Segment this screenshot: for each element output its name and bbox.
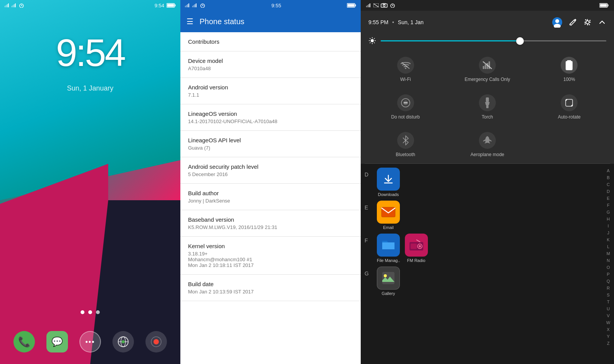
svg-rect-27 bbox=[196, 3, 196, 7]
alpha-r[interactable]: R bbox=[602, 285, 614, 291]
alpha-q[interactable]: Q bbox=[602, 278, 614, 284]
status-alarm-icon bbox=[200, 3, 206, 8]
device-model-label: Device model bbox=[188, 58, 353, 64]
signal-tile-label: Emergency Calls Only bbox=[465, 77, 510, 82]
svg-point-89 bbox=[384, 274, 387, 277]
dnd-tile[interactable]: Do not disturb bbox=[365, 88, 446, 126]
build-author-value: Jonny | DarkSense bbox=[188, 198, 353, 204]
alpha-m[interactable]: M bbox=[602, 250, 614, 257]
gallery-icon bbox=[377, 267, 400, 290]
alpha-y[interactable]: Y bbox=[602, 333, 614, 339]
dock-messaging[interactable]: 💬 bbox=[46, 331, 68, 352]
app-fmradio[interactable]: FM Radio bbox=[405, 234, 428, 263]
hamburger-menu-icon[interactable]: ☰ bbox=[187, 17, 193, 26]
alpha-k[interactable]: K bbox=[602, 237, 614, 243]
alpha-w[interactable]: W bbox=[602, 320, 614, 326]
alpha-b[interactable]: B bbox=[602, 175, 614, 181]
settings-icon[interactable] bbox=[583, 18, 592, 26]
wifi-tile[interactable]: Wi-Fi bbox=[365, 51, 446, 88]
battery-tile[interactable]: 100% bbox=[528, 51, 610, 88]
baseband-version-value: K5.ROW.M.LWG.V19, 2016/11/29 21:31 bbox=[188, 224, 353, 230]
battery-icon bbox=[167, 3, 176, 8]
alpha-h[interactable]: H bbox=[602, 216, 614, 222]
svg-rect-77 bbox=[486, 105, 489, 108]
alpha-a[interactable]: A bbox=[602, 168, 614, 174]
app-row-g: Gallery bbox=[377, 267, 400, 296]
svg-rect-1 bbox=[6, 5, 7, 7]
notif-signal-icon bbox=[366, 3, 371, 7]
app-drawer: D Downloads bbox=[361, 164, 614, 364]
baseband-version-item: Baseband version K5.ROW.M.LWG.V19, 2016/… bbox=[180, 210, 361, 237]
torch-tile-label: Torch bbox=[482, 114, 493, 120]
svg-rect-67 bbox=[485, 64, 486, 69]
status-signal-icon bbox=[185, 3, 190, 7]
app-filemanager[interactable]: File Manag.. bbox=[377, 234, 400, 263]
svg-rect-36 bbox=[368, 4, 369, 7]
svg-rect-23 bbox=[188, 3, 189, 7]
section-letter-f: F bbox=[365, 234, 372, 244]
airplane-tile[interactable]: Aeroplane mode bbox=[446, 126, 528, 163]
alpha-x[interactable]: X bbox=[602, 326, 614, 333]
status-list[interactable]: Contributors Device model A7010a48 Andro… bbox=[180, 32, 361, 364]
signal-tile[interactable]: Emergency Calls Only bbox=[446, 51, 528, 88]
signal-off-tile-icon bbox=[479, 57, 496, 74]
brightness-icon bbox=[368, 37, 376, 44]
wifi-tile-label: Wi-Fi bbox=[400, 77, 411, 82]
alpha-u[interactable]: U bbox=[602, 306, 614, 312]
notif-separator: • bbox=[392, 19, 394, 25]
svg-rect-25 bbox=[193, 5, 194, 7]
brightness-row[interactable] bbox=[361, 34, 614, 51]
alpha-n[interactable]: N bbox=[602, 257, 614, 264]
brightness-slider[interactable] bbox=[381, 40, 606, 41]
dock-browser[interactable] bbox=[112, 331, 134, 352]
alpha-z[interactable]: Z bbox=[602, 340, 614, 346]
alpha-i[interactable]: I bbox=[602, 223, 614, 229]
svg-point-86 bbox=[419, 245, 421, 247]
kernel-version-value: 3.18.19+ Mohancm@mohancm100 #1 Mon Jan 2… bbox=[188, 251, 353, 268]
alpha-c[interactable]: C bbox=[602, 181, 614, 188]
alpha-t[interactable]: T bbox=[602, 299, 614, 305]
torch-tile[interactable]: Torch bbox=[446, 88, 528, 126]
status-battery-icon bbox=[347, 3, 356, 8]
status-bar: 9:55 bbox=[180, 0, 361, 11]
alpha-j[interactable]: J bbox=[602, 230, 614, 236]
alpha-f[interactable]: F bbox=[602, 202, 614, 208]
svg-rect-3 bbox=[8, 3, 9, 7]
alpha-e[interactable]: E bbox=[602, 195, 614, 201]
alpha-o[interactable]: O bbox=[602, 264, 614, 270]
svg-rect-84 bbox=[411, 244, 417, 249]
alpha-d[interactable]: D bbox=[602, 188, 614, 194]
collapse-icon[interactable] bbox=[598, 18, 606, 26]
app-email[interactable]: Email bbox=[377, 201, 400, 230]
lock-page-dots bbox=[0, 310, 180, 314]
airplane-tile-label: Aeroplane mode bbox=[470, 152, 504, 157]
bluetooth-tile[interactable]: Bluetooth bbox=[365, 126, 446, 163]
brightness-thumb[interactable] bbox=[516, 37, 524, 45]
alpha-l[interactable]: L bbox=[602, 244, 614, 250]
alpha-s[interactable]: S bbox=[602, 292, 614, 298]
autorotate-tile[interactable]: Auto-rotate bbox=[528, 88, 610, 126]
filemanager-svg bbox=[381, 239, 395, 251]
dock-phone[interactable]: 📞 bbox=[13, 331, 35, 352]
lineageos-version-label: LineageOS version bbox=[188, 110, 353, 117]
svg-rect-21 bbox=[186, 5, 187, 7]
alpha-g[interactable]: G bbox=[602, 209, 614, 215]
app-gallery[interactable]: Gallery bbox=[377, 267, 400, 296]
svg-rect-76 bbox=[486, 97, 489, 102]
account-circle-icon[interactable] bbox=[552, 17, 563, 28]
edit-icon[interactable] bbox=[569, 18, 577, 26]
lock-status-left-icons bbox=[5, 3, 25, 8]
alpha-v[interactable]: V bbox=[602, 313, 614, 319]
svg-rect-6 bbox=[14, 4, 15, 7]
alpha-p[interactable]: P bbox=[602, 271, 614, 277]
build-author-item: Build author Jonny | DarkSense bbox=[180, 184, 361, 210]
dock-app-drawer[interactable]: ••• bbox=[79, 331, 101, 352]
svg-line-60 bbox=[370, 38, 371, 39]
lineageos-api-label: LineageOS API level bbox=[188, 137, 353, 143]
app-downloads[interactable]: Downloads bbox=[377, 168, 400, 197]
svg-rect-37 bbox=[370, 3, 370, 7]
dock-recorder[interactable] bbox=[145, 331, 167, 352]
notif-alarm-icon bbox=[390, 3, 396, 8]
contributors-item[interactable]: Contributors bbox=[180, 32, 361, 51]
status-signal-icon-2 bbox=[192, 3, 198, 7]
